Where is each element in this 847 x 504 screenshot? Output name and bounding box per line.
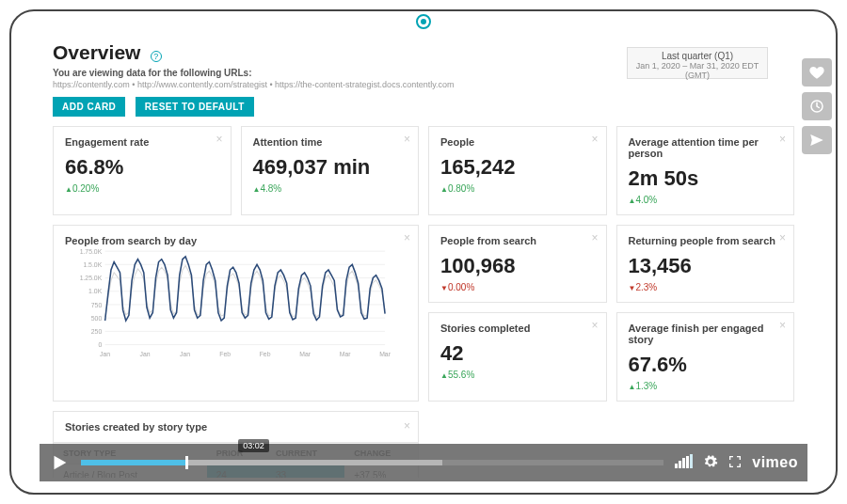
tablet-frame: Overview ? Last quarter (Q1) Jan 1, 2020… [9,9,838,495]
card-label: Stories created by story type [54,412,418,442]
card-label: Average finish per engaged story [629,323,783,345]
close-icon[interactable]: × [591,231,598,244]
card-label: Stories completed [440,323,595,334]
close-icon[interactable]: × [779,319,786,332]
card-engagement-rate: × Engagement rate 66.8% 0.20% [53,126,232,215]
card-delta: 2.3% [629,282,783,292]
close-icon[interactable]: × [779,231,786,244]
date-range-selector[interactable]: Last quarter (Q1) Jan 1, 2020 – Mar 31, … [627,47,768,79]
close-icon[interactable]: × [591,319,598,332]
close-icon[interactable]: × [404,231,410,244]
card-delta: 1.3% [629,381,783,391]
svg-text:0: 0 [98,341,102,348]
video-control-bar: 03:02 vimeo [40,444,807,481]
svg-text:Feb: Feb [260,351,271,357]
svg-text:Mar: Mar [299,351,312,357]
card-people-from-search: × People from search 100,968 0.00% [428,225,607,303]
card-label: People [440,136,595,148]
card-people: × People 165,242 0.80% [428,126,607,215]
card-value: 13,456 [629,254,783,278]
card-label: People from search by day [65,235,407,246]
svg-text:1.0K: 1.0K [88,288,103,294]
metrics-grid: × Engagement rate 66.8% 0.20% × Attentio… [53,126,794,478]
card-value: 67.6% [629,353,783,377]
date-range-detail: Jan 1, 2020 – Mar 31, 2020 EDT (GMT) [633,61,761,80]
card-label: Average attention time per person [629,136,783,159]
settings-icon[interactable] [703,454,718,472]
svg-text:Mar: Mar [340,351,352,357]
url-filter-list: https://contently.com • http://www.conte… [53,80,794,89]
card-value: 165,242 [440,155,595,180]
page-title: Overview [53,41,140,64]
play-button[interactable] [49,452,70,473]
svg-text:Mar: Mar [379,351,392,357]
close-icon[interactable]: × [591,133,598,146]
svg-text:250: 250 [91,328,103,335]
line-chart: 02505007501.0K1.25.0K1.5.0K1.75.0K JanJa… [65,246,407,359]
camera-icon [416,14,431,29]
card-delta: 4.8% [253,183,408,194]
info-icon[interactable]: ? [151,51,162,62]
card-attention-time: × Attention time 469,037 min 4.8% [241,126,420,215]
close-icon[interactable]: × [779,133,786,146]
card-label: Attention time [253,136,408,148]
date-range-label: Last quarter (Q1) [633,51,761,61]
dashboard-screen: Overview ? Last quarter (Q1) Jan 1, 2020… [30,34,817,478]
card-label: Engagement rate [65,136,219,148]
card-label: Returning people from search [629,235,783,246]
fullscreen-icon[interactable] [727,454,743,472]
svg-text:1.25.0K: 1.25.0K [80,275,103,281]
card-returning-people-from-search: × Returning people from search 13,456 2.… [616,225,795,303]
svg-text:1.75.0K: 1.75.0K [80,248,103,255]
svg-text:750: 750 [91,302,103,308]
close-icon[interactable]: × [404,419,410,433]
card-avg-attention: × Average attention time per person 2m 5… [616,126,795,215]
card-value: 100,968 [440,254,595,278]
svg-text:Jan: Jan [140,351,151,357]
svg-text:1.5.0K: 1.5.0K [83,261,102,268]
svg-text:Feb: Feb [219,351,231,357]
video-progress[interactable]: 03:02 [81,456,663,469]
close-icon[interactable]: × [404,133,410,146]
card-delta: 0.20% [65,183,219,194]
reset-default-button[interactable]: RESET TO DEFAULT [136,97,254,117]
card-avg-finish: × Average finish per engaged story 67.6%… [616,312,795,402]
card-delta: 0.80% [440,183,595,194]
svg-text:Jan: Jan [100,351,110,357]
volume-icon[interactable] [675,454,694,471]
card-value: 66.8% [65,155,219,180]
close-icon[interactable]: × [216,133,222,146]
card-value: 469,037 min [253,155,408,180]
card-value: 42 [440,341,595,366]
add-card-button[interactable]: ADD CARD [53,97,125,117]
card-delta: 4.0% [629,195,783,205]
vimeo-logo[interactable]: vimeo [752,454,798,471]
card-value: 2m 50s [629,166,783,191]
card-delta: 0.00% [440,282,595,292]
card-people-from-search-by-day: × People from search by day 02505007501.… [53,225,419,402]
video-time-hint: 03:02 [238,439,269,452]
card-stories-completed: × Stories completed 42 55.6% [428,312,607,402]
svg-text:500: 500 [91,315,103,322]
card-delta: 55.6% [440,370,595,380]
card-label: People from search [440,235,595,246]
svg-text:Jan: Jan [180,351,190,357]
